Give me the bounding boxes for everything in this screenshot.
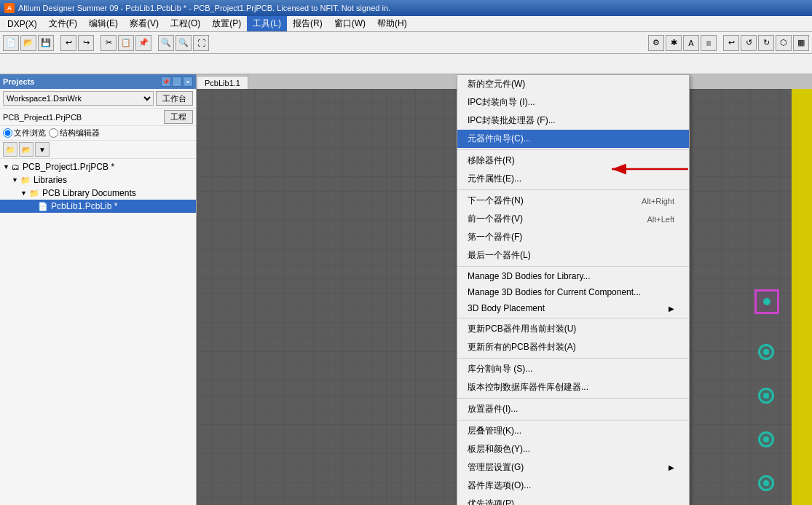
file-icons-row: 📁 📂 ▼ xyxy=(0,141,196,159)
tree-label-pcb-lib-docs: PCB Library Documents xyxy=(42,188,136,198)
sidebar-pin-btn[interactable]: 📌 xyxy=(161,77,171,87)
toolbar-copy[interactable]: 📋 xyxy=(118,35,134,51)
toolbar-cut[interactable]: ✂ xyxy=(100,35,117,51)
titlebar: A Altium Designer Summer 09 - PcbLib1.Pc… xyxy=(0,0,812,16)
menu-window[interactable]: 窗口(W) xyxy=(328,16,371,31)
project-row: PCB_Project1.PrjPCB 工程 xyxy=(0,109,196,126)
menu-help[interactable]: 帮助(H) xyxy=(371,16,413,31)
menu-update-pcb-footprint[interactable]: 更新PCB器件用当前封装(U) xyxy=(457,320,689,338)
titlebar-text: Altium Designer Summer 09 - PcbLib1.PcbL… xyxy=(18,4,390,12)
toolbar-paste[interactable]: 📌 xyxy=(135,35,151,51)
canvas-tab-pcblib1[interactable]: PcbLib1.1 xyxy=(197,76,248,89)
right-panel-bar xyxy=(792,89,812,505)
pcb-pad-inner-2 xyxy=(763,349,769,355)
tree-item-pcb-lib-docs[interactable]: ▼ 📁 PCB Library Documents xyxy=(0,187,196,200)
toolbar-open[interactable]: 📂 xyxy=(20,35,36,51)
menu-place-component[interactable]: 放置器件(I)... xyxy=(457,400,689,418)
project-button[interactable]: 工程 xyxy=(164,110,193,124)
toolbar-r3[interactable]: A xyxy=(683,35,699,51)
sep2 xyxy=(457,189,689,190)
sidebar-minimize-btn[interactable]: _ xyxy=(172,77,182,87)
sep4 xyxy=(457,318,689,318)
toolbar-zoom-fit[interactable]: ⛶ xyxy=(193,35,209,51)
menu-3d-body-place[interactable]: 3D Body Placement ▶ xyxy=(457,300,689,316)
menu-new-empty[interactable]: 新的空元件(W) xyxy=(457,75,689,93)
menubar: DXP(X) 文件(F) 编辑(E) 察看(V) 工程(O) 放置(P) 工具(… xyxy=(0,16,812,32)
sidebar-header-buttons: 📌 _ × xyxy=(161,77,193,87)
toolbar-r2[interactable]: ✱ xyxy=(666,35,682,51)
toolbar-undo[interactable]: ↩ xyxy=(60,35,76,51)
workspace-row: Workspace1.DsnWrk 工作台 xyxy=(0,89,196,109)
menu-ipc-wizard[interactable]: IPC封装向导 (I)... xyxy=(457,93,689,111)
menu-preferences[interactable]: 优先选项(P)... xyxy=(457,495,689,505)
menu-place[interactable]: 放置(P) xyxy=(206,16,247,31)
view-file-radio[interactable] xyxy=(3,128,12,138)
view-file-label[interactable]: 文件浏览 xyxy=(3,128,46,138)
sidebar-title: Projects xyxy=(3,77,34,86)
project-label: PCB_Project1.PrjPCB xyxy=(3,113,82,122)
main-layout: Projects 📌 _ × Workspace1.DsnWrk 工作台 PCB… xyxy=(0,74,812,505)
menu-component-wizard[interactable]: 元器件向导(C)... xyxy=(457,130,689,148)
menu-view[interactable]: 察看(V) xyxy=(124,16,165,31)
pcb-pad-inner-5 xyxy=(763,480,769,486)
menu-edit[interactable]: 编辑(E) xyxy=(83,16,124,31)
tree-icon-pcblib1: 📄 xyxy=(38,202,48,211)
menu-file[interactable]: 文件(F) xyxy=(43,16,83,31)
menu-next-component[interactable]: 下一个器件(N) Alt+Right xyxy=(457,192,689,210)
menu-split-lib-wizard[interactable]: 库分割向导 (S)... xyxy=(457,360,689,378)
menu-project[interactable]: 工程(O) xyxy=(165,16,206,31)
toolbar-zoom-in[interactable]: 🔍 xyxy=(158,35,174,51)
menu-prev-component[interactable]: 前一个器件(V) Alt+Left xyxy=(457,210,689,228)
canvas-area: PcbLib1.1 新的空元件(W) IPC封装向导 (I)... IPC封装批… xyxy=(197,74,812,505)
toolbar-r5[interactable]: ↩ xyxy=(723,35,739,51)
menu-layer-mgmt[interactable]: 层叠管理(K)... xyxy=(457,422,689,440)
toolbar-r1[interactable]: ⚙ xyxy=(648,35,664,51)
file-icon-3[interactable]: ▼ xyxy=(35,142,50,157)
toolbar-r8[interactable]: ⬡ xyxy=(776,35,792,51)
menu-remove-component[interactable]: 移除器件(R) xyxy=(457,152,689,170)
menu-manage-3d-lib[interactable]: Manage 3D Bodies for Library... xyxy=(457,268,689,284)
toolbar-r9[interactable]: ▦ xyxy=(793,35,809,51)
menu-manage-3d-comp[interactable]: Manage 3D Bodies for Current Component..… xyxy=(457,284,689,300)
tree-expand-libraries: ▼ xyxy=(12,176,20,184)
menu-reports[interactable]: 报告(R) xyxy=(287,16,328,31)
menu-first-component[interactable]: 第一个器件(F) xyxy=(457,228,689,246)
toolbar-zoom-out[interactable]: 🔍 xyxy=(176,35,192,51)
tree-item-pcblib1[interactable]: 📄 PcbLib1.PcbLib * xyxy=(0,200,196,213)
menu-ipc-batch[interactable]: IPC封装批处理器 (F)... xyxy=(457,111,689,130)
sep3 xyxy=(457,266,689,267)
pcb-pad-inner-1 xyxy=(763,298,770,305)
view-struct-radio[interactable] xyxy=(49,128,58,138)
file-icon-2[interactable]: 📂 xyxy=(19,142,33,157)
menu-component-lib-opts[interactable]: 器件库选项(O)... xyxy=(457,477,689,495)
tree-expand-root: ▼ xyxy=(3,163,12,171)
toolbar-r6[interactable]: ↺ xyxy=(741,35,757,51)
tree-icon-libraries: 📁 xyxy=(20,176,31,185)
tree-icon-root: 🗂 xyxy=(12,163,20,171)
menu-version-control[interactable]: 版本控制数据库器件库创建器... xyxy=(457,378,689,396)
view-struct-label[interactable]: 结构编辑器 xyxy=(49,128,100,138)
toolbar-r4[interactable]: ||| xyxy=(701,35,717,51)
menu-update-all-pcb[interactable]: 更新所有的PCB器件封装(A) xyxy=(457,338,689,356)
menu-tools[interactable]: 工具(L) xyxy=(247,16,287,31)
sidebar: Projects 📌 _ × Workspace1.DsnWrk 工作台 PCB… xyxy=(0,74,197,505)
tree-item-root[interactable]: ▼ 🗂 PCB_Project1.PrjPCB * xyxy=(0,160,196,173)
tree-expand-pcb-lib-docs: ▼ xyxy=(20,189,29,197)
toolbar-redo[interactable]: ↪ xyxy=(78,35,94,51)
tree-item-libraries[interactable]: ▼ 📁 Libraries xyxy=(0,173,196,187)
toolbar-r7[interactable]: ↻ xyxy=(758,35,774,51)
sidebar-close-btn[interactable]: × xyxy=(183,77,193,87)
pcb-pad-square-1 xyxy=(754,289,779,314)
menu-last-component[interactable]: 最后一个器件(L) xyxy=(457,246,689,265)
menu-dxp[interactable]: DXP(X) xyxy=(1,17,43,31)
menu-layer-sets-mgmt[interactable]: 管理层设置(G) ▶ xyxy=(457,458,689,477)
menu-component-props[interactable]: 元件属性(E)... xyxy=(457,170,689,188)
toolbar-new[interactable]: 📄 xyxy=(3,35,19,51)
file-icon-1[interactable]: 📁 xyxy=(3,142,17,157)
workspace-select[interactable]: Workspace1.DsnWrk xyxy=(3,91,154,106)
pcb-pad-inner-3 xyxy=(763,393,769,399)
workspace-button[interactable]: 工作台 xyxy=(156,91,193,106)
menu-board-layers[interactable]: 板层和颜色(Y)... xyxy=(457,440,689,458)
toolbar-save[interactable]: 💾 xyxy=(38,35,54,51)
pcb-pad-round-1 xyxy=(758,344,774,360)
